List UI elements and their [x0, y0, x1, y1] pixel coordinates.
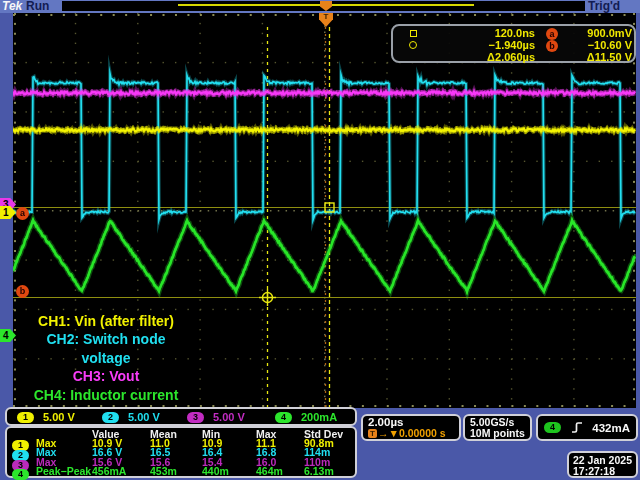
waveform-display-area: T CH1: Vin (after filter)CH2: Switch nod… [13, 13, 636, 408]
channel-1-badge: 1 [17, 412, 34, 423]
acquisition-state-label[interactable]: Run [26, 0, 49, 13]
cursor-a-marker[interactable]: a [16, 207, 29, 220]
channel-annotations: CH1: Vin (after filter)CH2: Switch nodev… [15, 312, 197, 404]
annotation-line-5: CH4: Inductor current [15, 386, 197, 404]
annotation-line-2: CH2: Switch node [15, 330, 197, 348]
datetime-box: 22 Jan 2025 17:27:18 [567, 451, 638, 478]
channel-2-badge: 2 [102, 412, 119, 423]
cursor-a-time: 120.0ns [433, 27, 535, 39]
channel-4-scale-value: 200mA [301, 411, 337, 423]
timebase-box[interactable]: 2.00µs T→▼0.00000 s [361, 414, 461, 441]
cursor-delta-amplitude: Δ11.50 V [561, 51, 632, 63]
cursor-b-circle-icon [393, 39, 433, 51]
channel-scale-ch2[interactable]: 25.00 V [102, 410, 160, 424]
time-value: 17:27:18 [573, 466, 636, 477]
cursor-b-amplitude: −10.60 V [561, 39, 632, 51]
channel-scale-ch3[interactable]: 35.00 V [187, 410, 245, 424]
oscilloscope-screen: Tek Run Trig'd T CH1: Vin (after filter)… [0, 0, 640, 480]
annotation-line-4: CH3: Vout [15, 367, 197, 385]
record-view-strip[interactable] [62, 1, 585, 11]
meas-ch4-max: 464m [256, 467, 304, 477]
trigger-t-icon: T [368, 429, 377, 438]
cursor-b-time: −1.940µs [433, 39, 535, 51]
channel-scale-bar: 15.00 V25.00 V35.00 V4200mA [5, 407, 357, 426]
trigger-box[interactable]: 4 432mA [536, 414, 638, 441]
annotation-line-1: CH1: Vin (after filter) [15, 312, 197, 330]
acquisition-box[interactable]: 5.00GS/s 10M points [463, 414, 532, 441]
trigger-level-value: 432mA [592, 422, 630, 434]
horizontal-position-arrows-icon: →▼ [378, 428, 399, 439]
record-length: 10M points [470, 428, 530, 439]
meas-ch4-name: Peak−Peak [36, 467, 92, 477]
cursor-b-marker[interactable]: b [16, 285, 29, 298]
channel-3-badge: 3 [187, 412, 204, 423]
record-trigger-marker-icon[interactable] [320, 1, 332, 11]
channel-scale-ch1[interactable]: 15.00 V [17, 410, 75, 424]
cursor-a-square-icon [393, 27, 433, 39]
meas-row-ch4-badge: 4 [12, 469, 29, 480]
annotation-line-3: voltage [15, 349, 197, 367]
meas-ch4-stddev: 6.13m [304, 467, 354, 477]
horizontal-position-readout: T→▼0.00000 s [368, 428, 459, 439]
trigger-status-label: Trig'd [588, 0, 620, 13]
cursor-a-amplitude: 900.0mV [561, 27, 632, 39]
meas-ch4-value: 456mA [92, 467, 150, 477]
channel-3-scale-value: 5.00 V [213, 411, 245, 423]
trigger-source-badge: 4 [544, 422, 561, 433]
measurement-table: ValueMeanMinMaxStd Dev1Max10.9 V11.010.9… [5, 426, 357, 478]
channel-scale-ch4[interactable]: 4200mA [275, 410, 337, 424]
horizontal-position-value: 0.00000 s [399, 428, 446, 439]
cursor-readout-box: 120.0ns a 900.0mV −1.940µs b −10.60 V Δ2… [391, 24, 636, 63]
tek-logo: Tek [2, 0, 22, 13]
channel-2-scale-value: 5.00 V [128, 411, 160, 423]
channel-4-badge: 4 [275, 412, 292, 423]
top-status-bar: Tek Run Trig'd [0, 0, 640, 13]
cursor-b-badge: b [546, 40, 558, 52]
meas-ch4-min: 440m [202, 467, 256, 477]
meas-ch4-mean: 453m [150, 467, 202, 477]
cursor-delta-time: Δ2.060µs [433, 51, 535, 63]
channel-1-scale-value: 5.00 V [43, 411, 75, 423]
trigger-slope-rising-icon [571, 420, 584, 435]
